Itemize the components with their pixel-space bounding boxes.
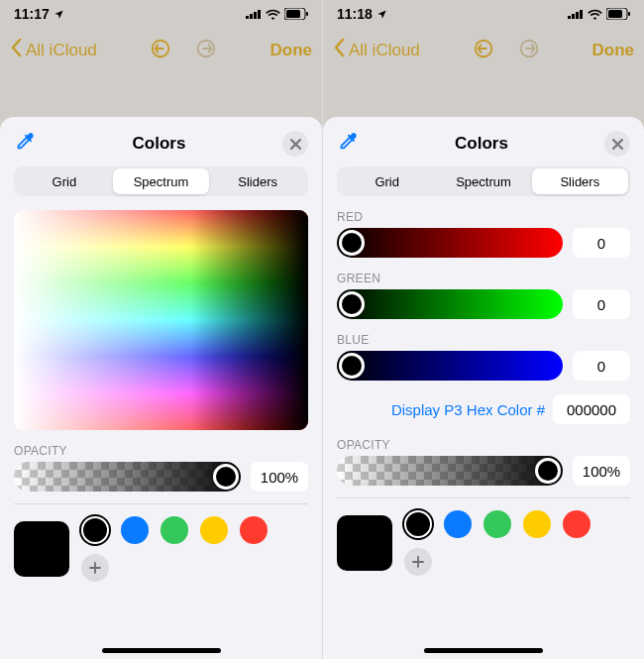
done-button[interactable]: Done: [592, 41, 635, 60]
redo-button: [518, 38, 540, 63]
green-knob[interactable]: [339, 291, 365, 317]
back-chevron-icon[interactable]: [10, 38, 22, 63]
swatch-row: [14, 516, 308, 582]
cellular-icon: [568, 9, 584, 19]
status-time: 11:17: [14, 6, 50, 22]
wifi-icon: [266, 9, 280, 20]
status-right: [568, 8, 630, 20]
svg-rect-9: [568, 16, 571, 19]
blue-slider[interactable]: [337, 351, 563, 381]
nav-bar: All iCloud Done: [0, 28, 322, 73]
back-button[interactable]: All iCloud: [26, 41, 97, 60]
add-swatch-button[interactable]: [404, 548, 432, 576]
back-chevron-icon[interactable]: [333, 38, 345, 63]
battery-icon: [284, 8, 308, 20]
spectrum-area[interactable]: [14, 210, 308, 430]
status-time-group: 11:17: [14, 6, 64, 22]
undo-button[interactable]: [150, 38, 171, 63]
done-button[interactable]: Done: [270, 41, 313, 60]
eyedropper-button[interactable]: [14, 131, 36, 157]
svg-rect-3: [258, 10, 261, 19]
color-picker-sheet: Colors Grid Spectrum Sliders OPACITY 100…: [0, 117, 322, 659]
red-label: RED: [337, 210, 630, 224]
green-label: GREEN: [337, 272, 630, 285]
hex-label[interactable]: Display P3 Hex Color #: [391, 401, 545, 418]
tab-sliders[interactable]: Sliders: [209, 168, 306, 194]
divider: [337, 497, 630, 498]
swatch-yellow[interactable]: [200, 516, 228, 544]
tab-grid[interactable]: Grid: [339, 168, 435, 194]
wifi-icon: [588, 9, 602, 20]
undo-button[interactable]: [473, 38, 494, 63]
swatch-blue[interactable]: [121, 516, 149, 544]
eyedropper-button[interactable]: [337, 131, 359, 157]
close-button[interactable]: [282, 131, 308, 157]
opacity-label: OPACITY: [337, 438, 630, 452]
blue-label: BLUE: [337, 333, 630, 347]
home-indicator[interactable]: [102, 648, 221, 653]
add-swatch-button[interactable]: [81, 554, 109, 582]
swatch-red[interactable]: [563, 510, 590, 538]
mode-segmented-control[interactable]: Grid Spectrum Sliders: [337, 166, 630, 196]
red-slider-row: 0: [337, 228, 630, 258]
green-slider[interactable]: [337, 289, 563, 319]
opacity-value[interactable]: 100%: [573, 456, 630, 486]
undo-redo-group: [103, 38, 265, 63]
close-icon: [290, 139, 301, 150]
swatch-green[interactable]: [483, 510, 511, 538]
swatch-black[interactable]: [81, 516, 109, 544]
status-bar: 11:17: [0, 0, 322, 28]
back-button[interactable]: All iCloud: [349, 41, 420, 60]
svg-rect-12: [580, 10, 583, 19]
current-color-preview: [337, 515, 392, 571]
color-picker-sheet: Colors Grid Spectrum Sliders RED 0 GREEN…: [323, 117, 644, 659]
sheet-title: Colors: [133, 134, 186, 154]
svg-rect-6: [306, 12, 308, 16]
opacity-knob[interactable]: [535, 458, 561, 484]
undo-redo-group: [426, 38, 587, 63]
red-value[interactable]: 0: [573, 228, 630, 258]
swatch-black[interactable]: [404, 510, 432, 538]
cellular-icon: [246, 9, 262, 19]
svg-rect-2: [254, 12, 257, 19]
swatch-yellow[interactable]: [523, 510, 551, 538]
status-time-group: 11:18: [337, 6, 387, 22]
swatch-blue[interactable]: [444, 510, 472, 538]
red-knob[interactable]: [339, 230, 365, 256]
blue-knob[interactable]: [339, 353, 365, 379]
tab-spectrum[interactable]: Spectrum: [435, 168, 531, 194]
preset-swatches: [404, 510, 590, 576]
swatch-green[interactable]: [161, 516, 188, 544]
location-icon: [376, 9, 387, 20]
opacity-value[interactable]: 100%: [251, 462, 308, 492]
opacity-slider-row: 100%: [14, 462, 308, 492]
mode-segmented-control[interactable]: Grid Spectrum Sliders: [14, 166, 308, 196]
plus-icon: [89, 562, 101, 574]
opacity-slider[interactable]: [337, 456, 563, 486]
location-icon: [54, 9, 64, 20]
sheet-header: Colors: [14, 129, 308, 159]
opacity-knob[interactable]: [213, 464, 239, 490]
redo-button: [195, 38, 217, 63]
hex-value[interactable]: 000000: [553, 394, 630, 424]
status-bar: 11:18: [323, 0, 644, 28]
battery-icon: [606, 8, 630, 20]
tab-sliders[interactable]: Sliders: [532, 168, 628, 194]
svg-rect-11: [576, 12, 579, 19]
swatch-row: [337, 510, 630, 576]
green-value[interactable]: 0: [573, 289, 630, 319]
current-color-preview: [14, 521, 69, 577]
swatch-red[interactable]: [240, 516, 268, 544]
nav-bar: All iCloud Done: [323, 28, 644, 73]
phone-left: 11:17 All iCloud Done: [0, 0, 322, 659]
divider: [14, 503, 308, 504]
tab-spectrum[interactable]: Spectrum: [113, 168, 210, 194]
blue-value[interactable]: 0: [573, 351, 630, 381]
svg-rect-15: [628, 12, 630, 16]
svg-rect-0: [246, 16, 249, 19]
tab-grid[interactable]: Grid: [16, 168, 113, 194]
opacity-slider[interactable]: [14, 462, 241, 492]
home-indicator[interactable]: [424, 648, 543, 653]
red-slider[interactable]: [337, 228, 563, 258]
close-button[interactable]: [604, 131, 630, 157]
